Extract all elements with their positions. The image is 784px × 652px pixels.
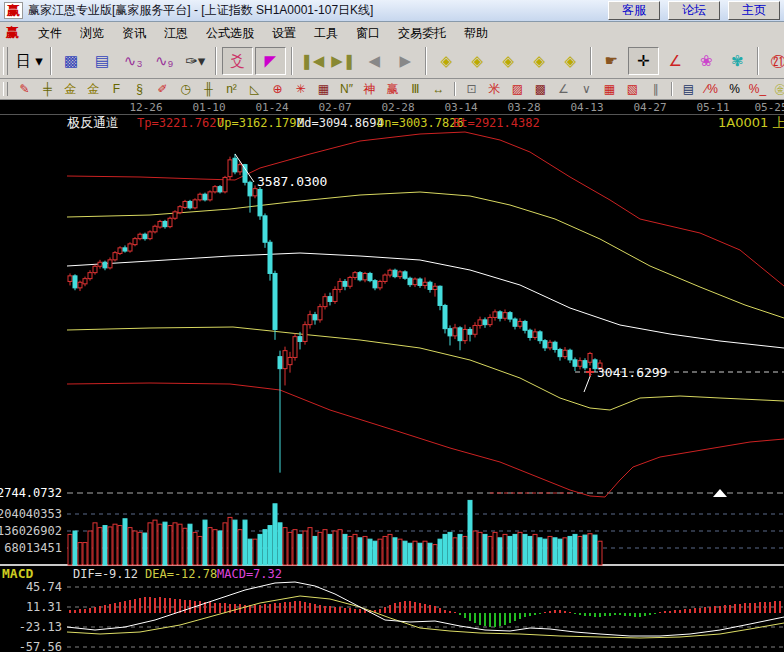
wave-3-icon[interactable]: ∿₃ bbox=[119, 48, 148, 74]
pen2-icon[interactable]: ✐ bbox=[152, 81, 173, 98]
svg-text:03-28: 03-28 bbox=[507, 101, 540, 114]
menu-item-7[interactable]: 窗口 bbox=[347, 23, 389, 44]
dark-grid-icon[interactable]: ▩ bbox=[530, 81, 551, 98]
crosshair-tool-icon[interactable]: ✛ bbox=[628, 47, 659, 75]
toolbar-separator bbox=[425, 47, 427, 75]
compress-icon[interactable]: ◈ bbox=[432, 48, 461, 74]
app-logo-icon: 赢 bbox=[4, 2, 23, 19]
pen-icon[interactable]: ✎ bbox=[14, 81, 35, 98]
calendar-icon[interactable]: ㉑ bbox=[764, 48, 784, 74]
chart-area[interactable]: 12-2601-1001-2402-0702-2803-1403-2804-13… bbox=[0, 100, 784, 652]
last-bar-icon[interactable]: ▶❚ bbox=[329, 48, 358, 74]
target-icon[interactable]: ⊕ bbox=[267, 81, 288, 98]
brain-tool-icon[interactable]: ✾ bbox=[723, 48, 752, 74]
title-bar: 赢 赢家江恩专业版[赢家服务平台] - [上证指数 SH1A0001-107日K… bbox=[0, 0, 784, 22]
prev-bar-icon[interactable]: ◀ bbox=[360, 48, 389, 74]
shen-icon[interactable]: 神 bbox=[359, 81, 380, 98]
home-button[interactable]: 主页 bbox=[728, 1, 780, 20]
toolbar-drag-handle[interactable] bbox=[3, 82, 8, 96]
forum-button[interactable]: 论坛 bbox=[668, 1, 720, 20]
support-button[interactable]: 客服 bbox=[608, 1, 660, 20]
menu-item-0[interactable]: 文件 bbox=[29, 23, 71, 44]
toolbar-separator bbox=[590, 47, 592, 75]
frame-icon[interactable]: ⊡ bbox=[461, 81, 482, 98]
svg-text:极反通道: 极反通道 bbox=[67, 115, 119, 130]
gold-ruler-icon[interactable]: 金 bbox=[60, 81, 81, 98]
slant-lines-icon[interactable]: ∥ bbox=[645, 81, 666, 98]
grid-icon[interactable]: ▦ bbox=[599, 81, 620, 98]
svg-text:Up=3162.1792: Up=3162.1792 bbox=[217, 116, 304, 130]
v-lines-icon[interactable]: ∨ bbox=[576, 81, 597, 98]
toolbar-drag-handle[interactable] bbox=[3, 47, 8, 75]
tick-ruler-icon[interactable]: ╫ bbox=[198, 81, 219, 98]
toolbar-separator bbox=[215, 47, 217, 75]
svg-text:02-07: 02-07 bbox=[318, 101, 351, 114]
n-quote-icon[interactable]: N″ bbox=[336, 81, 357, 98]
flower-tool-icon[interactable]: ❀ bbox=[692, 48, 721, 74]
period-selector[interactable]: 日 ▾ bbox=[14, 48, 45, 74]
indicator-dropdown[interactable]: ✑▾ bbox=[181, 48, 210, 74]
set-square-icon[interactable]: ◺ bbox=[244, 81, 265, 98]
n2-icon[interactable]: n² bbox=[221, 81, 242, 98]
application-window: 赢 赢家江恩专业版[赢家服务平台] - [上证指数 SH1A0001-107日K… bbox=[0, 0, 784, 652]
ruler-123-icon[interactable]: Ⅲ bbox=[405, 81, 426, 98]
menu-item-6[interactable]: 工具 bbox=[305, 23, 347, 44]
svg-text:-23.13: -23.13 bbox=[19, 620, 62, 634]
angle-lines-icon[interactable]: ∠ bbox=[553, 81, 574, 98]
first-bar-icon[interactable]: ❚◀ bbox=[298, 48, 327, 74]
svg-text:Tp=3221.7627: Tp=3221.7627 bbox=[137, 116, 224, 130]
trend-angle-icon[interactable]: ∠ bbox=[661, 48, 690, 74]
percent-icon[interactable]: % bbox=[724, 81, 745, 98]
toolbar-separator bbox=[671, 82, 673, 96]
percent-line-icon[interactable]: %_ bbox=[747, 81, 768, 98]
menu-item-9[interactable]: 帮助 bbox=[455, 23, 497, 44]
svg-text:12-26: 12-26 bbox=[129, 101, 162, 114]
grid2-icon[interactable]: ▧ bbox=[622, 81, 643, 98]
zoom-region-icon[interactable]: ▩ bbox=[57, 48, 86, 74]
memo-icon[interactable]: ▤ bbox=[88, 48, 117, 74]
menu-logo-icon: 赢 bbox=[6, 24, 19, 42]
ruler-icon[interactable]: ╪ bbox=[37, 81, 58, 98]
toolbar-separator bbox=[291, 47, 293, 75]
zoom-out-icon[interactable]: ◈ bbox=[525, 48, 554, 74]
expand-icon[interactable]: ◈ bbox=[463, 48, 492, 74]
rays-icon[interactable]: 米 bbox=[484, 81, 505, 98]
menu-item-2[interactable]: 资讯 bbox=[113, 23, 155, 44]
svg-text:MACD=7.32: MACD=7.32 bbox=[217, 567, 282, 581]
svg-text:05-25: 05-25 bbox=[754, 101, 784, 114]
menu-item-8[interactable]: 交易委托 bbox=[389, 23, 455, 44]
menu-item-3[interactable]: 江恩 bbox=[155, 23, 197, 44]
menu-item-1[interactable]: 浏览 bbox=[71, 23, 113, 44]
channel-flag-icon[interactable]: ◤ bbox=[255, 47, 286, 75]
menu-items: 文件浏览资讯江恩公式选股设置工具窗口交易委托帮助 bbox=[29, 23, 497, 44]
gann-scribble-icon[interactable]: 爻 bbox=[222, 47, 253, 75]
titlebar-buttons: 客服论坛主页 bbox=[600, 1, 780, 20]
svg-text:45.74: 45.74 bbox=[26, 580, 62, 594]
gold-ruler2-icon[interactable]: 金 bbox=[83, 81, 104, 98]
coin-icon[interactable]: ㊎ bbox=[770, 81, 784, 98]
svg-text:DIF=-9.12: DIF=-9.12 bbox=[73, 567, 138, 581]
menu-item-5[interactable]: 设置 bbox=[263, 23, 305, 44]
ying-icon[interactable]: 赢 bbox=[382, 81, 403, 98]
restore-icon[interactable]: ◈ bbox=[556, 48, 585, 74]
list-ruler-icon[interactable]: ▤ bbox=[678, 81, 699, 98]
toolbar-row-2: ✎╪金金F§✐◷╫n²◺⊕✳▦N″神赢Ⅲ↔⊡米▨▩∠∨▦▧∥▤∕%%%_㊎ bbox=[0, 79, 784, 100]
svg-text:05-11: 05-11 bbox=[696, 101, 729, 114]
spiral-icon[interactable]: § bbox=[129, 81, 150, 98]
shell-grid-icon[interactable]: ▨ bbox=[507, 81, 528, 98]
boxed-grid-icon[interactable]: ▦ bbox=[313, 81, 334, 98]
f-ruler-icon[interactable]: F bbox=[106, 81, 127, 98]
starburst-icon[interactable]: ✳ bbox=[290, 81, 311, 98]
toolbar-separator bbox=[50, 47, 52, 75]
hand-tool-icon[interactable]: ☛ bbox=[597, 48, 626, 74]
svg-text:01-10: 01-10 bbox=[192, 101, 225, 114]
clock-icon[interactable]: ◷ bbox=[175, 81, 196, 98]
next-bar-icon[interactable]: ▶ bbox=[391, 48, 420, 74]
percent-slash-icon[interactable]: ∕% bbox=[701, 81, 722, 98]
wave-9-icon[interactable]: ∿₉ bbox=[150, 48, 179, 74]
menu-item-4[interactable]: 公式选股 bbox=[197, 23, 263, 44]
svg-text:02-28: 02-28 bbox=[381, 101, 414, 114]
svg-text:03-14: 03-14 bbox=[444, 101, 477, 114]
zoom-in-icon[interactable]: ◈ bbox=[494, 48, 523, 74]
width-arrows-icon[interactable]: ↔ bbox=[428, 81, 449, 98]
